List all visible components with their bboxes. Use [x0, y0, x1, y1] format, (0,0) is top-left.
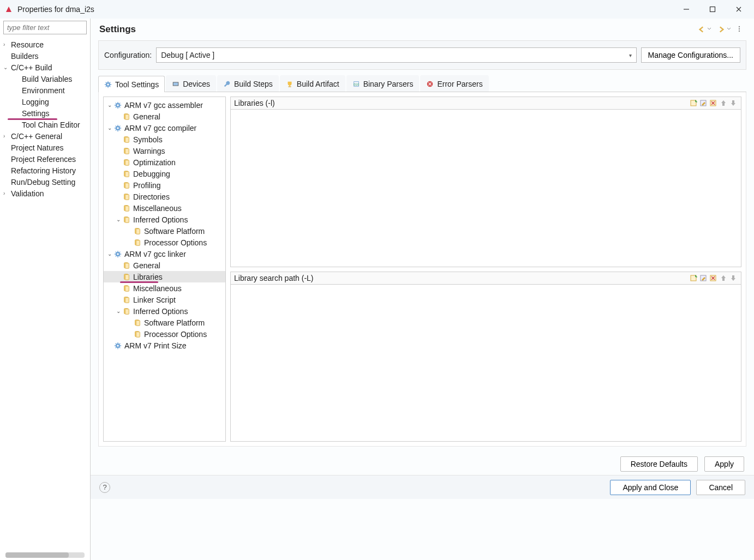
- tool-tree-item[interactable]: Warnings: [104, 145, 225, 156]
- add-icon[interactable]: [690, 274, 698, 282]
- nav-item[interactable]: ›Resource: [0, 39, 90, 50]
- tab[interactable]: Tool Settings: [98, 76, 165, 92]
- tool-tree-item[interactable]: ⌄ARM v7 gcc assembler: [104, 99, 225, 111]
- tab-label: Devices: [183, 80, 210, 88]
- tool-tree-item[interactable]: Linker Script: [104, 294, 225, 305]
- move-up-icon[interactable]: [719, 274, 728, 282]
- page-icon: [122, 285, 131, 292]
- nav-fwd-icon[interactable]: [717, 25, 726, 34]
- tool-tree-item[interactable]: Miscellaneous: [104, 202, 225, 214]
- nav-item[interactable]: Tool Chain Editor: [0, 119, 90, 130]
- nav-item[interactable]: Build Variables: [0, 73, 90, 85]
- tool-tree-item[interactable]: Miscellaneous: [104, 282, 225, 294]
- tool-tree-item[interactable]: Symbols: [104, 134, 225, 145]
- maximize-button[interactable]: [702, 2, 723, 17]
- config-label: Configuration:: [104, 51, 152, 59]
- tab[interactable]: Error Parsers: [420, 75, 488, 92]
- restore-defaults-button[interactable]: Restore Defaults: [620, 456, 698, 472]
- apply-button[interactable]: Apply: [704, 456, 744, 472]
- delete-icon[interactable]: [709, 99, 718, 107]
- apply-close-button[interactable]: Apply and Close: [610, 480, 691, 495]
- nav-item[interactable]: Refactoring History: [0, 165, 90, 176]
- minimize-button[interactable]: [675, 2, 697, 17]
- content-header: Settings: [91, 19, 754, 40]
- tab[interactable]: Binary Parsers: [346, 75, 420, 92]
- close-button[interactable]: [728, 2, 750, 17]
- tool-tree-item[interactable]: Processor Options: [104, 328, 225, 340]
- manage-config-button[interactable]: Manage Configurations...: [641, 47, 740, 63]
- nav-item[interactable]: ›C/C++ General: [0, 130, 90, 142]
- tool-tree-label: ARM v7 gcc assembler: [124, 101, 203, 110]
- menu-dots-icon[interactable]: [737, 25, 745, 34]
- gear-icon: [113, 342, 122, 350]
- config-value: Debug [ Active ]: [161, 51, 214, 59]
- tool-tree-item[interactable]: ⌄ARM v7 gcc linker: [104, 248, 225, 260]
- add-icon[interactable]: [690, 99, 698, 107]
- nav-item[interactable]: Settings: [0, 107, 90, 119]
- tool-tree-label: ARM v7 gcc linker: [124, 250, 186, 258]
- sidebar-scrollbar[interactable]: [5, 552, 85, 558]
- tool-tree-item[interactable]: Libraries: [104, 271, 225, 282]
- tab[interactable]: Devices: [166, 75, 216, 92]
- gear-icon: [113, 101, 122, 109]
- tool-tree-item[interactable]: General: [104, 260, 225, 271]
- nav-item[interactable]: Project References: [0, 153, 90, 165]
- nav-item[interactable]: ›Validation: [0, 188, 90, 199]
- window-title: Properties for dma_i2s: [17, 5, 671, 14]
- help-icon[interactable]: ?: [99, 482, 110, 493]
- tab-icon: [352, 80, 360, 88]
- libraries-list[interactable]: [230, 110, 741, 267]
- tool-tree-item[interactable]: Processor Options: [104, 237, 225, 248]
- tab[interactable]: Build Artifact: [280, 75, 345, 92]
- cancel-button[interactable]: Cancel: [696, 480, 745, 495]
- title-bar: Properties for dma_i2s: [0, 0, 754, 19]
- page-icon: [133, 239, 142, 246]
- tool-tree-label: Software Platform: [144, 318, 205, 327]
- nav-tree: ›ResourceBuilders⌄C/C++ BuildBuild Varia…: [0, 38, 90, 552]
- move-down-icon[interactable]: [729, 274, 738, 282]
- page-icon: [122, 147, 131, 155]
- nav-item[interactable]: Project Natures: [0, 142, 90, 153]
- nav-item[interactable]: Environment: [0, 85, 90, 96]
- chevron-down-icon[interactable]: [707, 25, 716, 34]
- nav-item[interactable]: Logging: [0, 96, 90, 107]
- tool-tree-item[interactable]: ⌄ARM v7 gcc compiler: [104, 122, 225, 134]
- tool-tree-item[interactable]: Optimization: [104, 156, 225, 168]
- tool-tree-item[interactable]: General: [104, 111, 225, 122]
- tool-tree-label: General: [133, 112, 160, 121]
- chevron-down-icon: ⌄: [106, 251, 113, 257]
- nav-item-label: Project Natures: [11, 143, 63, 152]
- nav-item-label: Settings: [22, 109, 50, 118]
- delete-icon[interactable]: [709, 274, 718, 282]
- library-path-list[interactable]: [230, 285, 741, 442]
- svg-point-18: [739, 28, 740, 29]
- tool-tree-item[interactable]: ⌄Inferred Options: [104, 305, 225, 317]
- nav-item[interactable]: Builders: [0, 50, 90, 62]
- move-up-icon[interactable]: [719, 99, 728, 107]
- tab-icon: [286, 80, 294, 88]
- tool-tree-item[interactable]: Software Platform: [104, 317, 225, 328]
- tab-icon: [223, 80, 231, 88]
- move-down-icon[interactable]: [729, 99, 738, 107]
- page-icon: [122, 204, 131, 212]
- chevron-right-icon: ›: [3, 41, 11, 47]
- edit-icon[interactable]: [699, 99, 708, 107]
- config-select[interactable]: Debug [ Active ] ▾: [156, 47, 636, 63]
- nav-item[interactable]: Run/Debug Setting: [0, 176, 90, 188]
- nav-item[interactable]: ⌄C/C++ Build: [0, 62, 90, 73]
- chevron-down-icon: ⌄: [115, 216, 122, 222]
- app-icon: [4, 5, 13, 14]
- filter-input[interactable]: [3, 21, 87, 34]
- edit-icon[interactable]: [699, 274, 708, 282]
- tab[interactable]: Build Steps: [217, 75, 279, 92]
- tool-tree-label: Miscellaneous: [133, 204, 182, 213]
- tool-tree-item[interactable]: Software Platform: [104, 225, 225, 237]
- tool-tree-label: Directories: [133, 192, 170, 201]
- tool-tree-item[interactable]: Directories: [104, 191, 225, 202]
- nav-back-icon[interactable]: [697, 25, 706, 34]
- tool-tree-item[interactable]: ⌄Inferred Options: [104, 214, 225, 225]
- chevron-down-icon[interactable]: [727, 25, 735, 34]
- tool-tree-item[interactable]: Profiling: [104, 179, 225, 191]
- tool-tree-item[interactable]: Debugging: [104, 168, 225, 179]
- tool-tree-item[interactable]: ARM v7 Print Size: [104, 340, 225, 351]
